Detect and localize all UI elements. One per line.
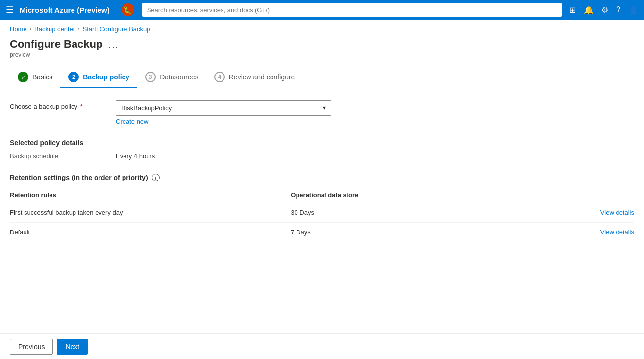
row2-store: 7 Days <box>291 223 478 242</box>
row1-view-details[interactable]: View details <box>600 209 634 216</box>
row2-view-details[interactable]: View details <box>600 229 634 236</box>
breadcrumb-sep-1: › <box>30 26 31 32</box>
tab-basics-label: Basics <box>32 73 52 81</box>
tab-backup-policy-label: Backup policy <box>83 73 129 81</box>
tab-datasources-label: Datasources <box>160 73 198 81</box>
settings-icon[interactable]: ⚙ <box>601 5 608 15</box>
col-header-action <box>478 187 634 203</box>
help-icon[interactable]: ? <box>616 5 620 14</box>
row2-rule: Default <box>10 223 291 242</box>
tab-review-label: Review and configure <box>229 73 295 81</box>
info-icon[interactable]: i <box>152 174 160 181</box>
policy-details-title: Selected policy details <box>10 139 634 147</box>
page-subtitle: preview <box>10 51 102 58</box>
policy-label: Choose a backup policy * <box>10 100 108 110</box>
tab-review[interactable]: 4 Review and configure <box>206 68 303 88</box>
schedule-row: Backup schedule Every 4 hours <box>10 153 634 160</box>
bug-icon[interactable]: 🐛 <box>122 3 134 16</box>
policy-form-row: Choose a backup policy * DiskBackupPolic… <box>10 100 634 125</box>
chevron-down-icon: ▾ <box>323 104 326 111</box>
portal-menu-icon[interactable]: ⊞ <box>570 5 576 15</box>
breadcrumb-backup-center[interactable]: Backup center <box>34 26 75 33</box>
menu-icon[interactable]: ☰ <box>6 4 14 15</box>
search-input[interactable] <box>142 3 562 17</box>
row1-store: 30 Days <box>291 203 478 223</box>
tab-backup-policy[interactable]: 2 Backup policy <box>60 68 137 88</box>
schedule-value: Every 4 hours <box>116 153 155 160</box>
col-header-store: Operational data store <box>291 187 478 203</box>
tab-review-circle: 4 <box>214 72 225 82</box>
main-content: Choose a backup policy * DiskBackupPolic… <box>0 88 644 252</box>
account-icon[interactable]: 👤 <box>628 5 638 15</box>
table-row: Default 7 Days View details <box>10 223 634 242</box>
retention-table: Retention rules Operational data store F… <box>10 187 634 242</box>
app-title: Microsoft Azure (Preview) <box>20 6 110 14</box>
notifications-icon[interactable]: 🔔 <box>584 5 594 15</box>
page-header: Configure Backup preview ... <box>0 36 644 63</box>
policy-control-group: DiskBackupPolicy ▾ Create new <box>116 100 331 125</box>
retention-title: Retention settings (in the order of prio… <box>10 174 148 181</box>
breadcrumb: Home › Backup center › Start: Configure … <box>0 20 644 36</box>
wizard-tabs: ✓ Basics 2 Backup policy 3 Datasources 4… <box>0 63 644 88</box>
topbar: ☰ Microsoft Azure (Preview) 🐛 ⊞ 🔔 ⚙ ? 👤 <box>0 0 644 20</box>
policy-dropdown[interactable]: DiskBackupPolicy ▾ <box>116 100 331 116</box>
topbar-icons: ⊞ 🔔 ⚙ ? 👤 <box>570 5 638 15</box>
more-options-button[interactable]: ... <box>108 40 119 50</box>
row1-rule: First successful backup taken every day <box>10 203 291 223</box>
tab-backup-policy-circle: 2 <box>68 72 79 82</box>
col-header-rules: Retention rules <box>10 187 291 203</box>
breadcrumb-configure[interactable]: Start: Configure Backup <box>82 26 150 33</box>
breadcrumb-sep-2: › <box>78 26 79 32</box>
page-title: Configure Backup <box>10 38 102 51</box>
breadcrumb-home[interactable]: Home <box>10 26 27 33</box>
policy-selected-value: DiskBackupPolicy <box>121 104 172 112</box>
tab-basics[interactable]: ✓ Basics <box>10 68 60 88</box>
create-new-link[interactable]: Create new <box>116 118 331 125</box>
retention-header: Retention settings (in the order of prio… <box>10 174 634 181</box>
tab-datasources[interactable]: 3 Datasources <box>137 68 206 88</box>
required-marker: * <box>80 103 83 110</box>
tab-basics-check: ✓ <box>18 72 28 82</box>
schedule-label: Backup schedule <box>10 153 108 160</box>
tab-datasources-circle: 3 <box>145 72 156 82</box>
table-row: First successful backup taken every day … <box>10 203 634 223</box>
